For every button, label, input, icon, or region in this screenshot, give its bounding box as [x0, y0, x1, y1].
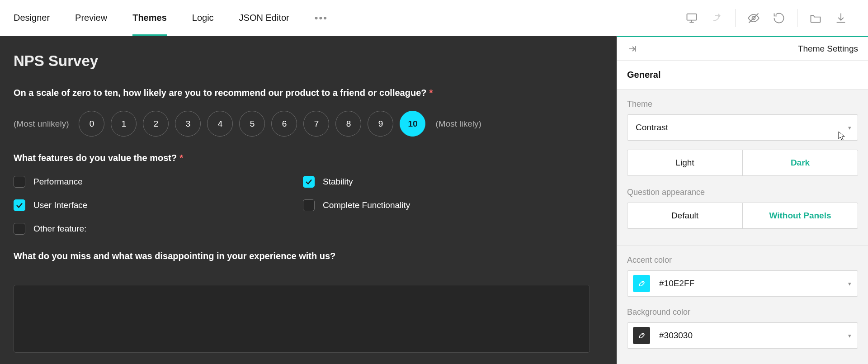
download-icon[interactable]: [828, 5, 854, 31]
checkbox-label: Complete Functionality: [323, 200, 410, 210]
tab-themes[interactable]: Themes: [132, 0, 167, 36]
redo-icon: [704, 5, 730, 31]
mode-toggle: Light Dark: [627, 150, 858, 176]
rate-2[interactable]: 2: [143, 111, 169, 137]
rate-3[interactable]: 3: [175, 111, 201, 137]
checkbox[interactable]: [303, 176, 315, 188]
qa-without-panels[interactable]: Without Panels: [742, 203, 858, 228]
theme-label: Theme: [627, 99, 858, 109]
q2-text: What features do you value the most?: [14, 153, 177, 163]
bg-hex: #303030: [659, 331, 693, 340]
survey-title: NPS Survey: [14, 52, 603, 70]
question-rating: On a scale of zero to ten, how likely ar…: [14, 88, 603, 137]
rate-1[interactable]: 1: [111, 111, 137, 137]
check-item[interactable]: Performance: [14, 176, 303, 188]
checkbox-label: Performance: [33, 177, 83, 187]
tab-preview[interactable]: Preview: [75, 0, 107, 36]
bg-color-select[interactable]: #303030 ▾: [627, 322, 858, 349]
checkbox-label: Other feature:: [33, 224, 86, 234]
rate-min-label: (Most unlikely): [14, 119, 69, 129]
bg-color-swatch: [633, 327, 650, 344]
check-item[interactable]: User Interface: [14, 199, 303, 211]
q3-text: What do you miss and what was disappoint…: [14, 251, 603, 261]
rate-0[interactable]: 0: [79, 111, 104, 137]
section-general-header[interactable]: General: [617, 61, 868, 90]
check-item[interactable]: Stability: [303, 176, 592, 188]
check-item[interactable]: Complete Functionality: [303, 199, 592, 211]
accent-color-swatch: [633, 275, 650, 292]
qa-label: Question appearance: [627, 188, 858, 197]
bg-label: Background color: [627, 307, 858, 317]
rating-row: (Most unlikely) 012345678910 (Most likel…: [14, 111, 603, 137]
top-toolbar: Designer Preview Themes Logic JSON Edito…: [0, 0, 868, 36]
toolbar-divider-2: [797, 9, 797, 27]
toolbar-divider: [735, 9, 736, 27]
mode-light[interactable]: Light: [627, 150, 742, 175]
rate-max-label: (Most likely): [435, 119, 481, 129]
rate-9[interactable]: 9: [368, 111, 393, 137]
reset-icon[interactable]: [766, 5, 792, 31]
toolbar-actions: [679, 0, 868, 36]
accent-color-select[interactable]: #10E2FF ▾: [627, 270, 858, 297]
device-preview-icon[interactable]: [679, 5, 704, 31]
question-title: On a scale of zero to ten, how likely ar…: [14, 88, 603, 98]
question-appearance-toggle: Default Without Panels: [627, 203, 858, 229]
open-folder-icon[interactable]: [803, 5, 828, 31]
panel-header: Theme Settings: [617, 36, 868, 61]
checkbox[interactable]: [14, 176, 25, 188]
theme-settings-panel: Theme Settings General Theme Contrast ▾ …: [617, 36, 868, 364]
svg-line-9: [642, 282, 644, 283]
accent-label: Accent color: [627, 255, 858, 265]
chevron-down-icon: ▾: [848, 124, 851, 131]
checkbox[interactable]: [14, 223, 25, 235]
checkbox[interactable]: [303, 199, 315, 211]
chevron-down-icon: ▾: [848, 332, 851, 339]
question-comment: What do you miss and what was disappoint…: [14, 251, 603, 355]
qa-default[interactable]: Default: [627, 203, 742, 228]
theme-select-value: Contrast: [636, 123, 668, 132]
collapse-panel-icon[interactable]: [627, 43, 638, 54]
mode-dark[interactable]: Dark: [742, 150, 858, 175]
required-mark: *: [429, 88, 433, 98]
q1-text: On a scale of zero to ten, how likely ar…: [14, 88, 427, 98]
visibility-off-icon[interactable]: [741, 5, 766, 31]
question-checkbox: What features do you value the most?* Pe…: [14, 153, 603, 235]
checkbox-grid: PerformanceStabilityUser InterfaceComple…: [14, 176, 603, 235]
rate-6[interactable]: 6: [271, 111, 297, 137]
tab-logic[interactable]: Logic: [192, 0, 214, 36]
comment-input[interactable]: [14, 285, 590, 353]
survey-canvas: NPS Survey On a scale of zero to ten, ho…: [0, 36, 617, 364]
theme-select[interactable]: Contrast ▾: [627, 114, 858, 141]
question-title: What features do you value the most?*: [14, 153, 603, 163]
check-item[interactable]: Other feature:: [14, 223, 303, 235]
rating-circles: 012345678910: [79, 111, 425, 137]
tabs-overflow-icon[interactable]: •••: [315, 12, 328, 24]
rate-10[interactable]: 10: [400, 111, 425, 137]
checkbox-label: User Interface: [33, 200, 87, 210]
rate-7[interactable]: 7: [303, 111, 329, 137]
cursor-icon: [838, 131, 847, 143]
panel-title: Theme Settings: [798, 44, 858, 54]
checkbox-label: Stability: [323, 177, 353, 187]
svg-rect-0: [687, 14, 697, 20]
chevron-down-icon: ▾: [848, 280, 851, 287]
accent-hex: #10E2FF: [659, 279, 694, 288]
tab-json[interactable]: JSON Editor: [239, 0, 289, 36]
rate-4[interactable]: 4: [207, 111, 233, 137]
tab-designer[interactable]: Designer: [14, 0, 50, 36]
rate-8[interactable]: 8: [335, 111, 361, 137]
nav-tabs: Designer Preview Themes Logic JSON Edito…: [0, 0, 328, 36]
rate-5[interactable]: 5: [239, 111, 265, 137]
checkbox[interactable]: [14, 199, 25, 211]
svg-line-10: [642, 334, 644, 335]
required-mark: *: [179, 153, 183, 163]
